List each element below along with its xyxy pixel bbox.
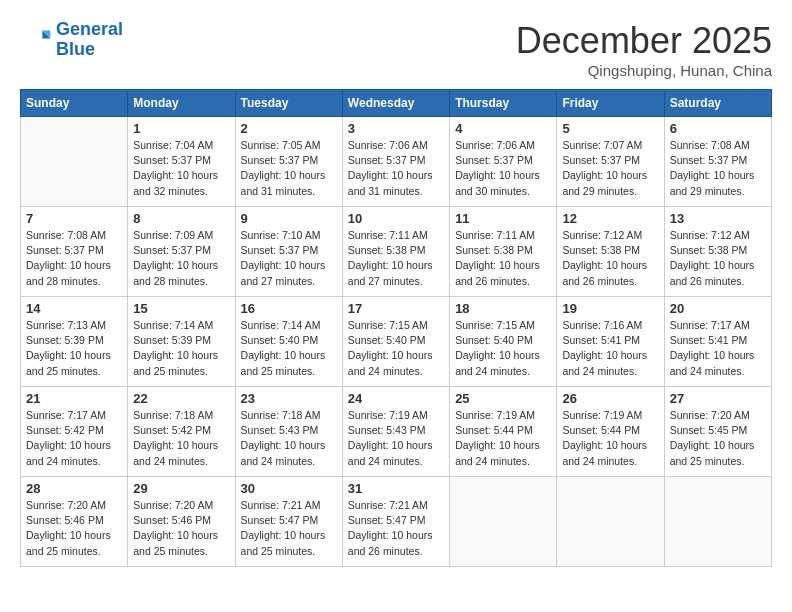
day-info: Sunrise: 7:14 AM Sunset: 5:39 PM Dayligh… — [133, 318, 229, 379]
day-number: 6 — [670, 121, 766, 136]
day-number: 11 — [455, 211, 551, 226]
day-cell: 6Sunrise: 7:08 AM Sunset: 5:37 PM Daylig… — [664, 117, 771, 207]
day-info: Sunrise: 7:07 AM Sunset: 5:37 PM Dayligh… — [562, 138, 658, 199]
location-subtitle: Qingshuping, Hunan, China — [516, 62, 772, 79]
day-info: Sunrise: 7:06 AM Sunset: 5:37 PM Dayligh… — [348, 138, 444, 199]
day-cell: 3Sunrise: 7:06 AM Sunset: 5:37 PM Daylig… — [342, 117, 449, 207]
day-info: Sunrise: 7:04 AM Sunset: 5:37 PM Dayligh… — [133, 138, 229, 199]
day-info: Sunrise: 7:21 AM Sunset: 5:47 PM Dayligh… — [348, 498, 444, 559]
day-number: 1 — [133, 121, 229, 136]
day-info: Sunrise: 7:19 AM Sunset: 5:44 PM Dayligh… — [455, 408, 551, 469]
day-info: Sunrise: 7:10 AM Sunset: 5:37 PM Dayligh… — [241, 228, 337, 289]
day-number: 5 — [562, 121, 658, 136]
day-number: 15 — [133, 301, 229, 316]
day-number: 18 — [455, 301, 551, 316]
day-number: 2 — [241, 121, 337, 136]
day-info: Sunrise: 7:19 AM Sunset: 5:44 PM Dayligh… — [562, 408, 658, 469]
day-number: 24 — [348, 391, 444, 406]
day-number: 8 — [133, 211, 229, 226]
day-cell: 5Sunrise: 7:07 AM Sunset: 5:37 PM Daylig… — [557, 117, 664, 207]
logo-line2: Blue — [56, 39, 95, 59]
day-cell: 13Sunrise: 7:12 AM Sunset: 5:38 PM Dayli… — [664, 207, 771, 297]
day-number: 21 — [26, 391, 122, 406]
day-cell: 26Sunrise: 7:19 AM Sunset: 5:44 PM Dayli… — [557, 387, 664, 477]
day-number: 31 — [348, 481, 444, 496]
day-cell: 9Sunrise: 7:10 AM Sunset: 5:37 PM Daylig… — [235, 207, 342, 297]
day-cell: 24Sunrise: 7:19 AM Sunset: 5:43 PM Dayli… — [342, 387, 449, 477]
day-number: 4 — [455, 121, 551, 136]
day-number: 14 — [26, 301, 122, 316]
day-cell: 16Sunrise: 7:14 AM Sunset: 5:40 PM Dayli… — [235, 297, 342, 387]
day-cell: 17Sunrise: 7:15 AM Sunset: 5:40 PM Dayli… — [342, 297, 449, 387]
header-cell-sunday: Sunday — [21, 90, 128, 117]
day-info: Sunrise: 7:19 AM Sunset: 5:43 PM Dayligh… — [348, 408, 444, 469]
title-block: December 2025 Qingshuping, Hunan, China — [516, 20, 772, 79]
day-info: Sunrise: 7:20 AM Sunset: 5:46 PM Dayligh… — [133, 498, 229, 559]
day-info: Sunrise: 7:15 AM Sunset: 5:40 PM Dayligh… — [348, 318, 444, 379]
day-number: 12 — [562, 211, 658, 226]
day-info: Sunrise: 7:14 AM Sunset: 5:40 PM Dayligh… — [241, 318, 337, 379]
calendar-header-row: SundayMondayTuesdayWednesdayThursdayFrid… — [21, 90, 772, 117]
day-cell: 21Sunrise: 7:17 AM Sunset: 5:42 PM Dayli… — [21, 387, 128, 477]
day-cell: 18Sunrise: 7:15 AM Sunset: 5:40 PM Dayli… — [450, 297, 557, 387]
day-info: Sunrise: 7:09 AM Sunset: 5:37 PM Dayligh… — [133, 228, 229, 289]
day-cell: 29Sunrise: 7:20 AM Sunset: 5:46 PM Dayli… — [128, 477, 235, 567]
day-info: Sunrise: 7:06 AM Sunset: 5:37 PM Dayligh… — [455, 138, 551, 199]
day-cell — [450, 477, 557, 567]
logo: General Blue — [20, 20, 123, 60]
day-cell — [21, 117, 128, 207]
day-number: 10 — [348, 211, 444, 226]
day-info: Sunrise: 7:15 AM Sunset: 5:40 PM Dayligh… — [455, 318, 551, 379]
day-cell: 22Sunrise: 7:18 AM Sunset: 5:42 PM Dayli… — [128, 387, 235, 477]
day-cell: 11Sunrise: 7:11 AM Sunset: 5:38 PM Dayli… — [450, 207, 557, 297]
day-info: Sunrise: 7:13 AM Sunset: 5:39 PM Dayligh… — [26, 318, 122, 379]
day-number: 25 — [455, 391, 551, 406]
header-cell-thursday: Thursday — [450, 90, 557, 117]
day-number: 26 — [562, 391, 658, 406]
day-cell: 10Sunrise: 7:11 AM Sunset: 5:38 PM Dayli… — [342, 207, 449, 297]
day-number: 16 — [241, 301, 337, 316]
day-info: Sunrise: 7:20 AM Sunset: 5:45 PM Dayligh… — [670, 408, 766, 469]
day-number: 28 — [26, 481, 122, 496]
day-number: 30 — [241, 481, 337, 496]
week-row-2: 7Sunrise: 7:08 AM Sunset: 5:37 PM Daylig… — [21, 207, 772, 297]
day-number: 22 — [133, 391, 229, 406]
logo-icon — [20, 24, 52, 56]
header-cell-monday: Monday — [128, 90, 235, 117]
calendar-table: SundayMondayTuesdayWednesdayThursdayFrid… — [20, 89, 772, 567]
day-cell: 30Sunrise: 7:21 AM Sunset: 5:47 PM Dayli… — [235, 477, 342, 567]
day-cell: 23Sunrise: 7:18 AM Sunset: 5:43 PM Dayli… — [235, 387, 342, 477]
day-cell: 19Sunrise: 7:16 AM Sunset: 5:41 PM Dayli… — [557, 297, 664, 387]
logo-line1: General — [56, 19, 123, 39]
day-number: 7 — [26, 211, 122, 226]
day-info: Sunrise: 7:17 AM Sunset: 5:41 PM Dayligh… — [670, 318, 766, 379]
header-cell-saturday: Saturday — [664, 90, 771, 117]
day-cell: 27Sunrise: 7:20 AM Sunset: 5:45 PM Dayli… — [664, 387, 771, 477]
header-cell-wednesday: Wednesday — [342, 90, 449, 117]
day-info: Sunrise: 7:12 AM Sunset: 5:38 PM Dayligh… — [562, 228, 658, 289]
day-cell: 4Sunrise: 7:06 AM Sunset: 5:37 PM Daylig… — [450, 117, 557, 207]
day-cell: 1Sunrise: 7:04 AM Sunset: 5:37 PM Daylig… — [128, 117, 235, 207]
day-cell: 31Sunrise: 7:21 AM Sunset: 5:47 PM Dayli… — [342, 477, 449, 567]
day-number: 13 — [670, 211, 766, 226]
day-info: Sunrise: 7:18 AM Sunset: 5:42 PM Dayligh… — [133, 408, 229, 469]
day-cell: 14Sunrise: 7:13 AM Sunset: 5:39 PM Dayli… — [21, 297, 128, 387]
page-header: General Blue December 2025 Qingshuping, … — [20, 20, 772, 79]
day-info: Sunrise: 7:12 AM Sunset: 5:38 PM Dayligh… — [670, 228, 766, 289]
day-cell: 2Sunrise: 7:05 AM Sunset: 5:37 PM Daylig… — [235, 117, 342, 207]
day-cell — [664, 477, 771, 567]
day-info: Sunrise: 7:11 AM Sunset: 5:38 PM Dayligh… — [455, 228, 551, 289]
day-cell: 20Sunrise: 7:17 AM Sunset: 5:41 PM Dayli… — [664, 297, 771, 387]
header-cell-friday: Friday — [557, 90, 664, 117]
week-row-1: 1Sunrise: 7:04 AM Sunset: 5:37 PM Daylig… — [21, 117, 772, 207]
day-cell: 28Sunrise: 7:20 AM Sunset: 5:46 PM Dayli… — [21, 477, 128, 567]
month-title: December 2025 — [516, 20, 772, 62]
day-info: Sunrise: 7:05 AM Sunset: 5:37 PM Dayligh… — [241, 138, 337, 199]
day-number: 9 — [241, 211, 337, 226]
day-info: Sunrise: 7:21 AM Sunset: 5:47 PM Dayligh… — [241, 498, 337, 559]
day-info: Sunrise: 7:20 AM Sunset: 5:46 PM Dayligh… — [26, 498, 122, 559]
header-cell-tuesday: Tuesday — [235, 90, 342, 117]
day-cell: 25Sunrise: 7:19 AM Sunset: 5:44 PM Dayli… — [450, 387, 557, 477]
day-cell: 7Sunrise: 7:08 AM Sunset: 5:37 PM Daylig… — [21, 207, 128, 297]
day-info: Sunrise: 7:16 AM Sunset: 5:41 PM Dayligh… — [562, 318, 658, 379]
